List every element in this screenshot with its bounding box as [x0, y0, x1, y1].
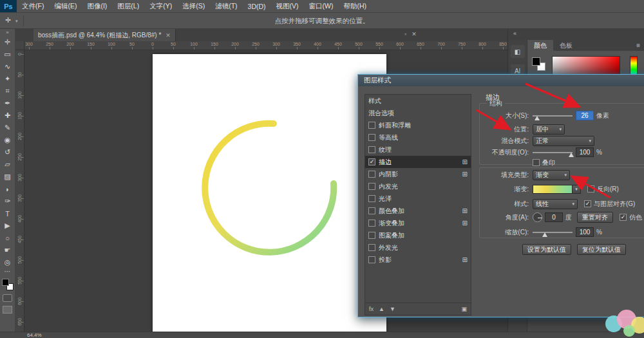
- brush-tool[interactable]: ✎: [1, 122, 15, 134]
- path-selection-tool[interactable]: ▶: [1, 220, 15, 232]
- position-select[interactable]: 居中 ▾: [533, 124, 565, 135]
- opacity-input[interactable]: 100: [576, 147, 594, 157]
- dither-checkbox-wrap[interactable]: ✓ 仿色: [620, 213, 642, 222]
- slider-thumb[interactable]: [542, 232, 547, 237]
- add-effect-icon[interactable]: ⊞: [462, 171, 468, 178]
- panel-menu-icon[interactable]: ≡: [632, 40, 644, 51]
- move-up-icon[interactable]: ▲: [379, 306, 384, 312]
- set-default-button[interactable]: 设置为默认值: [522, 244, 571, 255]
- dither-checkbox[interactable]: ✓: [620, 214, 627, 221]
- style-item-gradient-overlay[interactable]: 渐变叠加 ⊞: [365, 217, 471, 229]
- quick-mask-button[interactable]: [3, 294, 12, 302]
- foreground-background-swatches[interactable]: [2, 279, 14, 290]
- menu-help[interactable]: 帮助(H): [339, 0, 372, 12]
- add-effect-icon[interactable]: ⊞: [462, 220, 468, 227]
- style-checkbox[interactable]: [368, 232, 375, 239]
- blend-mode-select[interactable]: 正常 ▾: [533, 136, 594, 146]
- gradient-tool[interactable]: ▨: [1, 171, 15, 183]
- slider-thumb[interactable]: [569, 153, 574, 157]
- align-layer-checkbox[interactable]: ✓: [584, 200, 591, 207]
- style-checkbox[interactable]: [368, 183, 375, 190]
- style-checkbox[interactable]: [368, 207, 375, 214]
- toolbar-collapse-icon[interactable]: »: [6, 29, 8, 36]
- marquee-tool[interactable]: ▭: [1, 48, 15, 61]
- reverse-checkbox[interactable]: [587, 185, 594, 192]
- scale-input[interactable]: 100: [576, 227, 594, 237]
- artboard[interactable]: [153, 54, 386, 332]
- hand-tool[interactable]: ☛: [1, 244, 15, 256]
- slider-thumb[interactable]: [535, 116, 540, 120]
- gradient-swatch[interactable]: [533, 185, 573, 194]
- move-down-icon[interactable]: ▼: [390, 306, 395, 312]
- style-item-inner-glow[interactable]: 内发光: [365, 180, 471, 192]
- style-item-color-overlay[interactable]: 颜色叠加 ⊞: [365, 205, 471, 217]
- style-checkbox[interactable]: [368, 171, 375, 178]
- history-brush-tool[interactable]: ↺: [1, 146, 15, 158]
- opacity-slider[interactable]: [533, 152, 573, 153]
- menu-type[interactable]: 文字(Y): [144, 0, 177, 12]
- eraser-tool[interactable]: ▱: [1, 158, 15, 171]
- delete-style-icon[interactable]: ▣: [461, 306, 467, 312]
- minimize-icon[interactable]: ▫: [404, 31, 406, 37]
- reset-alignment-button[interactable]: 重置对齐: [577, 212, 613, 223]
- panel-icon-adjustments[interactable]: ◧: [511, 45, 525, 58]
- menu-filter[interactable]: 滤镜(T): [210, 0, 242, 12]
- screen-mode-button[interactable]: [3, 306, 12, 314]
- style-checkbox[interactable]: [368, 134, 375, 141]
- add-effect-icon[interactable]: ⊞: [462, 158, 468, 165]
- tab-color[interactable]: 颜色: [527, 40, 553, 51]
- pen-tool[interactable]: ✑: [1, 195, 15, 207]
- add-effect-icon[interactable]: ⊞: [462, 207, 468, 214]
- fill-type-select[interactable]: 渐变 ▾: [533, 170, 570, 180]
- eyedropper-tool[interactable]: ✒: [1, 97, 15, 109]
- menu-file[interactable]: 文件(F): [17, 0, 49, 12]
- foreground-color-swatch[interactable]: [532, 57, 540, 66]
- menu-image[interactable]: 图像(I): [82, 0, 112, 12]
- document-tab[interactable]: boss插画.psd @ 64.4% (粗描边, RGB/8#) * ✕: [33, 29, 176, 41]
- menu-window[interactable]: 窗口(W): [304, 0, 339, 12]
- style-item-drop-shadow[interactable]: 投影 ⊞: [365, 254, 471, 266]
- reset-default-button[interactable]: 复位为默认值: [577, 244, 626, 255]
- style-item-pattern-overlay[interactable]: 图案叠加: [365, 229, 471, 241]
- style-checkbox[interactable]: [368, 244, 375, 251]
- size-input[interactable]: 26: [576, 111, 594, 120]
- style-item-texture[interactable]: 纹理: [365, 144, 471, 156]
- crop-tool[interactable]: ⌗: [1, 85, 15, 97]
- quick-selection-tool[interactable]: ✦: [1, 73, 15, 85]
- style-item-stroke[interactable]: ✓ 描边 ⊞: [365, 156, 471, 168]
- overprint-checkbox-wrap[interactable]: 叠印: [533, 158, 555, 167]
- style-checkbox[interactable]: ✓: [368, 158, 375, 165]
- gradient-picker-arrow[interactable]: ▾: [573, 185, 581, 194]
- healing-brush-tool[interactable]: ✚: [1, 109, 15, 122]
- scale-slider[interactable]: [533, 232, 573, 233]
- menu-select[interactable]: 选择(S): [177, 0, 210, 12]
- overprint-checkbox[interactable]: [533, 159, 540, 166]
- clone-stamp-tool[interactable]: ◉: [1, 134, 15, 146]
- angle-input[interactable]: 0: [545, 212, 563, 222]
- style-checkbox[interactable]: [368, 146, 375, 153]
- add-effect-icon[interactable]: ⊞: [462, 256, 468, 263]
- gradient-style-select[interactable]: 线性 ▾: [533, 199, 578, 209]
- tab-swatches[interactable]: 色板: [553, 40, 579, 51]
- menu-edit[interactable]: 编辑(E): [49, 0, 82, 12]
- close-icon[interactable]: ✕: [412, 31, 417, 37]
- style-item-blending-options[interactable]: 混合选项: [365, 107, 471, 119]
- align-layer-checkbox-wrap[interactable]: ✓ 与图层对齐(G): [584, 200, 635, 209]
- move-tool[interactable]: ✛: [1, 36, 15, 48]
- foreground-color-swatch[interactable]: [2, 279, 9, 286]
- zoom-tool[interactable]: ◎: [1, 256, 15, 268]
- type-tool[interactable]: T: [1, 207, 15, 220]
- menu-view[interactable]: 视图(V): [271, 0, 304, 12]
- blur-tool[interactable]: ◗: [1, 183, 15, 195]
- dialog-title-bar[interactable]: 图层样式: [358, 75, 644, 86]
- menu-3d[interactable]: 3D(D): [243, 0, 271, 12]
- close-icon[interactable]: ✕: [166, 32, 171, 39]
- size-slider[interactable]: [533, 115, 573, 117]
- style-checkbox[interactable]: [368, 122, 375, 129]
- style-checkbox[interactable]: [368, 195, 375, 202]
- angle-dial[interactable]: [533, 212, 542, 222]
- style-checkbox[interactable]: [368, 256, 375, 263]
- style-item-inner-shadow[interactable]: 内阴影 ⊞: [365, 168, 471, 180]
- reverse-checkbox-wrap[interactable]: 反向(R): [587, 185, 619, 194]
- menu-layer[interactable]: 图层(L): [112, 0, 144, 12]
